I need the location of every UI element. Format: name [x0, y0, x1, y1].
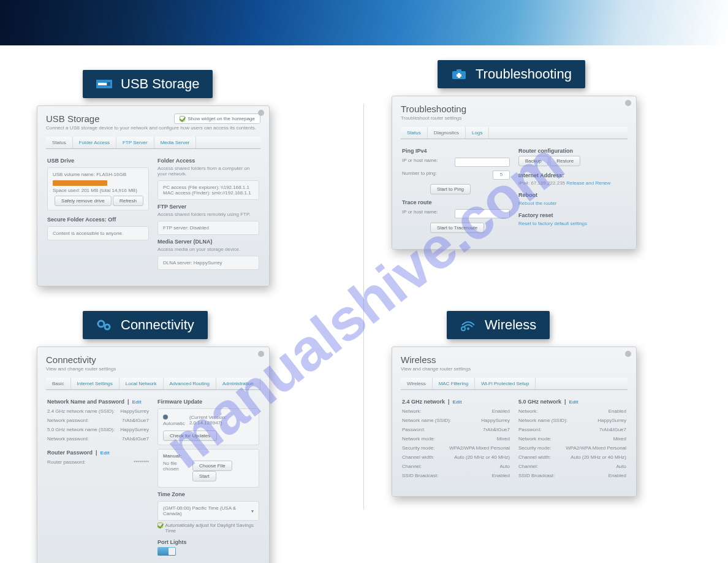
refresh-button[interactable]: Refresh [113, 196, 143, 206]
connectivity-card: Connectivity View and change router sett… [37, 347, 270, 563]
homepage-widget-toggle[interactable]: Show widget on the homepage [174, 113, 260, 124]
tab-mac[interactable]: MAC Filtering [433, 378, 475, 389]
secure-folder-title: Secure Folder Access: Off [47, 216, 149, 223]
tab-logs[interactable]: Logs [466, 127, 489, 139]
row-value: 7rAb&tGue7 [483, 427, 510, 432]
release-renew-link[interactable]: Release and Renew [566, 180, 610, 186]
backup-button[interactable]: Backup [518, 156, 548, 166]
start-ping-button[interactable]: Start to Ping [430, 184, 471, 194]
tab-local[interactable]: Local Network [119, 378, 164, 389]
folder-access-title: Folder Access [157, 158, 259, 164]
tab-diagnostics[interactable]: Diagnostics [428, 127, 466, 139]
svg-point-10 [461, 327, 465, 331]
row-value: Auto [616, 464, 626, 469]
row-label: Channel: [402, 464, 422, 469]
table-row: Network:Enabled [518, 407, 626, 416]
router-pw-value: ******** [134, 459, 149, 465]
close-icon[interactable] [258, 351, 264, 357]
tabs: Status Folder Access FTP Server Media Se… [46, 137, 260, 149]
row-value: Mixed [497, 436, 510, 442]
fw-title: Firmware Update [157, 399, 259, 405]
usb-progress-bar [53, 180, 107, 186]
check-updates-button[interactable]: Check for Updates [163, 431, 217, 441]
row-value: Enabled [492, 473, 510, 478]
row-value: Enabled [609, 408, 626, 414]
ping-ip-input[interactable] [455, 158, 510, 167]
row-value: 7rAb&tGue7 [599, 427, 626, 432]
row-label: SSID Broadcast: [518, 473, 555, 478]
row-label: Network mode: [518, 436, 552, 442]
tab-internet[interactable]: Internet Settings [71, 378, 119, 389]
usb-icon [96, 78, 112, 90]
row-label: SSID Broadcast: [402, 473, 438, 478]
folder-mac: MAC access (Finder): smb://192.168.1.1 [163, 190, 254, 196]
choose-file-button[interactable]: Choose File [192, 461, 232, 471]
start-trace-button[interactable]: Start to Traceroute [430, 223, 484, 233]
row-value: WPA2/WPA Mixed Personal [566, 445, 626, 451]
start-button[interactable]: Start [192, 471, 216, 481]
table-row: Security mode:WPA2/WPA Mixed Personal [402, 443, 510, 453]
row-value: Enabled [609, 473, 626, 478]
pw50-label: Network password: [47, 436, 89, 442]
edit-link[interactable]: Edit [132, 399, 142, 405]
connectivity-label-text: Connectivity [121, 317, 194, 333]
tab-status[interactable]: Status [46, 137, 73, 148]
table-row: SSID Broadcast:Enabled [402, 471, 510, 480]
table-row: Network name (SSID):HappySurrey [402, 416, 510, 425]
close-icon[interactable] [625, 100, 631, 106]
reboot-link[interactable]: Reboot the router [518, 201, 556, 206]
trace-ip-input[interactable] [455, 209, 510, 218]
wireless-label: Wireless [447, 311, 550, 339]
table-row: Channel:Auto [402, 462, 510, 471]
tab-status[interactable]: Status [401, 127, 428, 139]
close-icon[interactable] [258, 110, 264, 116]
restore-button[interactable]: Restore [550, 156, 580, 166]
tab-admin[interactable]: Administration [216, 378, 260, 389]
tab-routing[interactable]: Advanced Routing [164, 378, 216, 389]
router-cfg-title: Router configuration [518, 148, 626, 154]
tab-media[interactable]: Media Server [154, 137, 197, 148]
usb-storage-label-text: USB Storage [121, 76, 199, 92]
router-pw-title: Router Password | Edit [47, 450, 149, 456]
table-row: Network name (SSID):HappySurrey [518, 416, 626, 425]
close-icon[interactable] [625, 351, 631, 357]
wireless-label-text: Wireless [485, 317, 536, 333]
row-label: Network name (SSID): [518, 418, 567, 423]
table-row: Network:Enabled [402, 407, 510, 416]
edit-link[interactable]: Edit [569, 399, 578, 405]
ftp-sub: Access shared folders remotely using FTP… [157, 212, 259, 217]
row-label: Security mode: [402, 445, 434, 451]
tabs: Wireless MAC Filtering Wi-Fi Protected S… [401, 378, 628, 390]
table-row: Password:7rAb&tGue7 [402, 425, 510, 434]
ssid50-label: 5.0 GHz network name (SSID): [47, 427, 115, 432]
edit-link[interactable]: Edit [453, 399, 462, 405]
port-lights-toggle[interactable] [157, 547, 176, 556]
tab-wireless[interactable]: Wireless [401, 378, 433, 389]
wireless-50ghz-col: 5.0 GHz network | Edit Network:EnabledNe… [518, 395, 626, 480]
connectivity-section: Connectivity Connectivity View and chang… [37, 311, 336, 563]
row-label: Channel width: [402, 454, 434, 460]
tz-select[interactable]: (GMT-08:00) Pacific Time (USA & Canada)▾ [157, 501, 259, 521]
net-pw-title: Network Name and Password | Edit [47, 399, 149, 405]
edit-link[interactable]: Edit [100, 450, 110, 456]
row-label: Password: [402, 427, 425, 432]
media-title: Media Server (DLNA) [157, 239, 259, 245]
tab-wps[interactable]: Wi-Fi Protected Setup [475, 378, 536, 389]
tz-value: (GMT-08:00) Pacific Time (USA & Canada) [163, 505, 251, 516]
wireless-24ghz-col: 2.4 GHz network | Edit Network:EnabledNe… [402, 395, 510, 480]
safely-remove-button[interactable]: Safely remove drive [55, 196, 112, 206]
secure-folder-box: Content is accessible to anyone. [47, 226, 149, 240]
usb-storage-label: USB Storage [83, 70, 213, 98]
table-row: Channel:Auto [518, 462, 626, 471]
g24-title: 2.4 GHz network | Edit [402, 399, 510, 405]
check-icon[interactable] [157, 523, 163, 528]
tab-basic[interactable]: Basic [46, 378, 71, 389]
table-row: Password:7rAb&tGue7 [518, 425, 626, 434]
table-row: Channel width:Auto (20 MHz or 40 MHz) [402, 453, 510, 462]
ping-count-input[interactable]: 5 [493, 170, 510, 180]
factory-link[interactable]: Reset to factory default settings [518, 221, 587, 226]
troubleshooting-card: Troubleshooting Troubleshoot router sett… [392, 96, 637, 250]
ping-title: Ping IPv4 [402, 148, 510, 154]
tab-ftp[interactable]: FTP Server [116, 137, 154, 148]
tab-folder-access[interactable]: Folder Access [73, 137, 116, 148]
